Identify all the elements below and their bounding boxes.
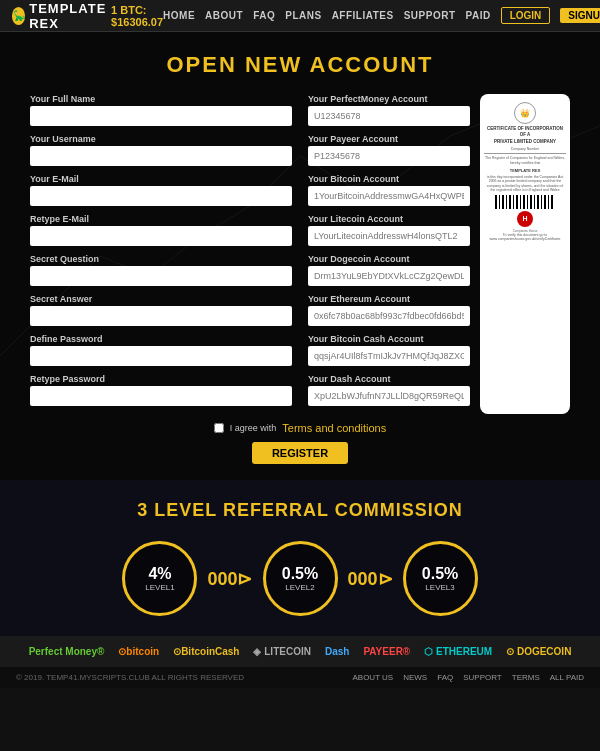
phone-barcode <box>495 195 555 209</box>
retype-password-label: Retype Password <box>30 374 292 384</box>
partner-bitcoincash: ⊙BitcoinCash <box>173 646 239 657</box>
footer-links: ABOUT US NEWS FAQ SUPPORT TERMS ALL PAID <box>352 673 584 682</box>
dash-group: Your Dash Account <box>308 374 470 406</box>
register-button[interactable]: REGISTER <box>252 442 348 464</box>
nav-plans[interactable]: PLANS <box>285 10 321 21</box>
dash-label: Your Dash Account <box>308 374 470 384</box>
partner-litecoin: ◈ LITECOIN <box>253 646 310 657</box>
nav-affiliates[interactable]: AFFILIATES <box>332 10 394 21</box>
nav-faq[interactable]: FAQ <box>253 10 275 21</box>
phone-cert-logo: 👑 <box>514 102 536 124</box>
retype-email-group: Retype E-Mail <box>30 214 292 246</box>
ethereum-input[interactable] <box>308 306 470 326</box>
signup-button[interactable]: SIGNUP <box>560 8 600 23</box>
terms-text: I agree with <box>230 423 277 433</box>
litecoin-input[interactable] <box>308 226 470 246</box>
footer-terms[interactable]: TERMS <box>512 673 540 682</box>
form-title: OPEN NEW ACCOUNT <box>30 52 570 78</box>
secret-question-group: Secret Question <box>30 254 292 286</box>
referral-title: 3 LEVEL REFERRAL COMMISSION <box>30 500 570 521</box>
litecoin-group: Your Litecoin Account <box>308 214 470 246</box>
terms-checkbox[interactable] <box>214 423 224 433</box>
footer-all-paid[interactable]: ALL PAID <box>550 673 584 682</box>
nav-about[interactable]: ABOUT <box>205 10 243 21</box>
level3-pct: 0.5% <box>422 565 458 583</box>
form-left: Your Full Name Your Username Your E-Mail… <box>30 94 292 414</box>
login-button[interactable]: LOGIN <box>501 7 551 24</box>
bitcoin-cash-label: Your Bitcoin Cash Account <box>308 334 470 344</box>
nav-paid[interactable]: PAID <box>466 10 491 21</box>
phone-company-number-label: Company Number <box>484 147 566 152</box>
level3-label: LEVEL3 <box>425 583 454 592</box>
registration-section: OPEN NEW ACCOUNT Your Full Name Your Use… <box>0 32 600 480</box>
referral-title-highlight: 3 LEVEL <box>137 500 217 520</box>
nav-support[interactable]: SUPPORT <box>404 10 456 21</box>
form-right: Your PerfectMoney Account Your Payeer Ac… <box>308 94 570 414</box>
level2-label: LEVEL2 <box>285 583 314 592</box>
username-input[interactable] <box>30 146 292 166</box>
partner-dash: Dash <box>325 646 349 657</box>
main-nav: HOME ABOUT FAQ PLANS AFFILIATES SUPPORT … <box>163 7 600 24</box>
phone-mockup: 👑 CERTIFICATE OF INCORPORATIONOF APRIVAT… <box>480 94 570 414</box>
logo-text: TEMPLATE REX <box>29 1 111 31</box>
phone-divider <box>484 153 566 154</box>
retype-password-input[interactable] <box>30 386 292 406</box>
partner-dogecoin: ⊙ DOGECOIN <box>506 646 571 657</box>
btc-price: 1 BTC: $16306.07 <box>111 4 163 28</box>
terms-link[interactable]: Terms and conditions <box>282 422 386 434</box>
email-label: Your E-Mail <box>30 174 292 184</box>
logo-icon: 🦕 <box>12 7 25 25</box>
footer-about-us[interactable]: ABOUT US <box>352 673 393 682</box>
form-grid: Your Full Name Your Username Your E-Mail… <box>30 94 570 414</box>
bitcoin-input[interactable] <box>308 186 470 206</box>
nav-home[interactable]: HOME <box>163 10 195 21</box>
email-group: Your E-Mail <box>30 174 292 206</box>
retype-email-label: Retype E-Mail <box>30 214 292 224</box>
phone-ch-logo: H <box>517 211 533 227</box>
level2-pct: 0.5% <box>282 565 318 583</box>
footer-faq[interactable]: FAQ <box>437 673 453 682</box>
password-label: Define Password <box>30 334 292 344</box>
phone-body-text2: is this day incorporated under the Compa… <box>484 175 566 193</box>
arrow1: 000⊳ <box>207 568 252 590</box>
full-name-label: Your Full Name <box>30 94 292 104</box>
bitcoin-label: Your Bitcoin Account <box>308 174 470 184</box>
full-name-input[interactable] <box>30 106 292 126</box>
footer-news[interactable]: NEWS <box>403 673 427 682</box>
partner-perfectmoney: Perfect Money® <box>29 646 105 657</box>
bitcoin-cash-group: Your Bitcoin Cash Account <box>308 334 470 366</box>
perfectmoney-label: Your PerfectMoney Account <box>308 94 470 104</box>
footer-support[interactable]: SUPPORT <box>463 673 502 682</box>
perfectmoney-input[interactable] <box>308 106 470 126</box>
dogecoin-label: Your Dogecoin Account <box>308 254 470 264</box>
phone-body-text: The Register of Companies for England an… <box>484 156 566 165</box>
secret-answer-input[interactable] <box>30 306 292 326</box>
payeer-group: Your Payeer Account <box>308 134 470 166</box>
dash-input[interactable] <box>308 386 470 406</box>
level3-circle: 0.5% LEVEL3 <box>403 541 478 616</box>
dogecoin-input[interactable] <box>308 266 470 286</box>
copyright: © 2019. TEMP41.MYSCRIPTS.CLUB ALL RIGHTS… <box>16 673 244 682</box>
partner-bitcoin: ⊙bitcoin <box>118 646 159 657</box>
password-input[interactable] <box>30 346 292 366</box>
phone-company-name: TEMPLATE REX <box>484 168 566 173</box>
secret-question-label: Secret Question <box>30 254 292 264</box>
username-group: Your Username <box>30 134 292 166</box>
secret-question-input[interactable] <box>30 266 292 286</box>
header: 🦕 TEMPLATE REX 1 BTC: $16306.07 HOME ABO… <box>0 0 600 32</box>
payeer-input[interactable] <box>308 146 470 166</box>
bitcoin-group: Your Bitcoin Account <box>308 174 470 206</box>
retype-email-input[interactable] <box>30 226 292 246</box>
phone-bottom-text: To verify this document go to www.compan… <box>484 233 566 242</box>
full-name-group: Your Full Name <box>30 94 292 126</box>
referral-levels: 4% LEVEL1 000⊳ 0.5% LEVEL2 000⊳ 0.5% LEV… <box>30 541 570 616</box>
ethereum-label: Your Ethereum Account <box>308 294 470 304</box>
password-group: Define Password <box>30 334 292 366</box>
retype-password-group: Retype Password <box>30 374 292 406</box>
dogecoin-group: Your Dogecoin Account <box>308 254 470 286</box>
email-input[interactable] <box>30 186 292 206</box>
level1-circle: 4% LEVEL1 <box>122 541 197 616</box>
logo: 🦕 TEMPLATE REX <box>12 1 111 31</box>
bitcoin-cash-input[interactable] <box>308 346 470 366</box>
partners-section: Perfect Money® ⊙bitcoin ⊙BitcoinCash ◈ L… <box>0 636 600 667</box>
